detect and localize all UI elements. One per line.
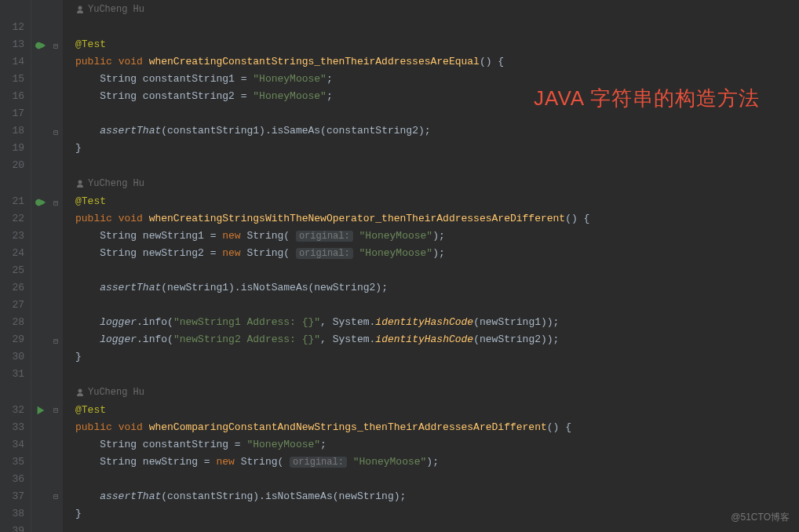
- line-number: 37: [0, 488, 24, 505]
- run-test-icon[interactable]: [35, 405, 46, 416]
- line-number: 25: [0, 262, 24, 279]
- fold-close-icon[interactable]: ⊟: [53, 128, 61, 136]
- author-name: YuCheng Hu: [88, 174, 144, 193]
- author-annotation: YuCheng Hu: [75, 0, 799, 19]
- method-name: whenCreatingConstantStrings_thenTheirAdd…: [149, 56, 480, 67]
- fold-open-icon[interactable]: ⊟: [53, 42, 61, 49]
- line-number: 36: [0, 471, 24, 488]
- line-number: 30: [0, 348, 24, 366]
- line-number: 31: [0, 366, 24, 383]
- param-hint: original:: [296, 248, 353, 259]
- overlay-title: JAVA 字符串的构造方法: [534, 85, 760, 112]
- line-number: 35: [0, 454, 24, 471]
- svg-point-1: [35, 199, 42, 206]
- author-name: YuCheng Hu: [88, 383, 144, 402]
- line-number: 24: [0, 245, 24, 262]
- line-number-gutter: 12 13 14 15 16 17 18 19 20 21 22 23 24 2…: [0, 0, 31, 532]
- line-number: 29: [0, 331, 24, 348]
- author-name: YuCheng Hu: [88, 0, 144, 19]
- svg-point-2: [78, 6, 82, 10]
- line-number: 21: [0, 193, 24, 210]
- method-name: whenCreatingStringsWithTheNewOperator_th…: [149, 213, 566, 224]
- test-annotation: @Test: [75, 404, 106, 416]
- run-test-icon[interactable]: [35, 40, 46, 51]
- line-number: 18: [0, 122, 24, 140]
- fold-open-icon[interactable]: ⊟: [53, 199, 61, 206]
- line-number: 15: [0, 71, 24, 88]
- line-number: 27: [0, 297, 24, 314]
- line-number: 38: [0, 505, 24, 523]
- line-number: 34: [0, 436, 24, 454]
- person-icon: [75, 179, 85, 188]
- svg-point-3: [78, 180, 82, 184]
- line-number: 17: [0, 105, 24, 122]
- test-annotation: @Test: [75, 38, 106, 50]
- svg-point-0: [35, 42, 42, 49]
- param-hint: original:: [296, 231, 353, 242]
- fold-close-icon[interactable]: ⊟: [53, 492, 61, 500]
- line-number: 32: [0, 402, 24, 419]
- line-number: 12: [0, 19, 24, 36]
- code-content[interactable]: YuCheng Hu @Test public void whenCreatin…: [63, 0, 799, 532]
- line-number: 16: [0, 88, 24, 105]
- person-icon: [75, 388, 85, 397]
- code-editor[interactable]: 12 13 14 15 16 17 18 19 20 21 22 23 24 2…: [0, 0, 799, 532]
- test-annotation: @Test: [75, 195, 106, 207]
- line-number: 14: [0, 53, 24, 71]
- author-annotation: YuCheng Hu: [75, 383, 799, 402]
- method-name: whenComparingConstantAndNewStrings_thenT…: [149, 421, 547, 433]
- line-number: 23: [0, 228, 24, 245]
- fold-open-icon[interactable]: ⊟: [53, 406, 61, 414]
- line-number: 22: [0, 210, 24, 228]
- line-number: 26: [0, 279, 24, 297]
- line-number: 28: [0, 314, 24, 331]
- line-number: 13: [0, 36, 24, 53]
- fold-close-icon[interactable]: ⊟: [53, 337, 61, 344]
- watermark: @51CTO博客: [731, 511, 790, 524]
- line-number: 19: [0, 140, 24, 157]
- run-test-icon[interactable]: [35, 197, 46, 208]
- person-icon: [75, 5, 85, 14]
- author-annotation: YuCheng Hu: [75, 174, 799, 193]
- line-number: 39: [0, 523, 24, 532]
- fold-column: ⊟ ⊟ ⊟ ⊟ ⊟ ⊟: [52, 0, 63, 532]
- gutter-icon-column: [31, 0, 52, 532]
- svg-point-4: [78, 389, 82, 393]
- line-number: 33: [0, 419, 24, 436]
- param-hint: original:: [290, 457, 347, 468]
- line-number: 20: [0, 157, 24, 174]
